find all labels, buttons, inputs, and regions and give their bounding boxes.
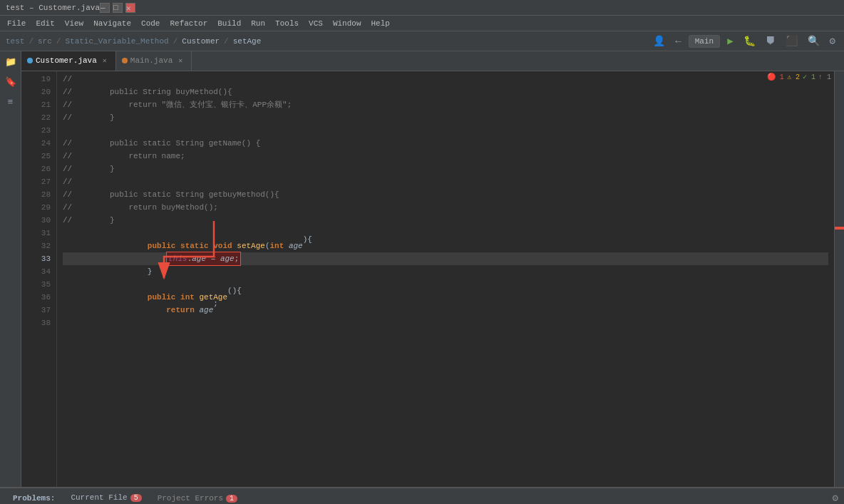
code-line-37: return age; [63, 304, 828, 317]
code-line-20: // public String buyMethod(){ [63, 86, 828, 98]
project-errors-badge: 1 [226, 495, 237, 503]
tab-dot-customer [27, 58, 33, 63]
code-line-24: // public static String getName() { [63, 137, 828, 150]
tab-dot-main [122, 58, 128, 63]
breadcrumb-test[interactable]: test [6, 37, 24, 46]
error-badge: 🔴 1 [767, 73, 784, 81]
code-line-38 [63, 317, 828, 329]
code-line-26: // } [63, 163, 828, 175]
title-text: test – Customer.java [6, 4, 100, 12]
tab-close-customer[interactable]: ✕ [103, 56, 107, 65]
menu-item-window[interactable]: Window [329, 18, 366, 29]
breadcrumb-src[interactable]: src [38, 37, 52, 46]
code-line-19: // [63, 73, 828, 86]
maximize-button[interactable]: □ [113, 3, 123, 13]
tab-close-main[interactable]: ✕ [178, 56, 182, 65]
code-line-21: // return "微信、支付宝、银行卡、APP余额"; [63, 98, 828, 111]
debug-icon[interactable]: 🐛 [741, 34, 758, 48]
editor-content[interactable]: 🔴 1 ⚠ 2 ✓ 1 ↑ 1 19 20 21 22 23 24 25 26 … [21, 71, 844, 487]
menu-bar: FileEditViewNavigateCodeRefactorBuildRun… [0, 16, 844, 31]
code-line-28: // public static String getbuyMethod(){ [63, 188, 828, 201]
code-line-29: // return buyMethod(); [63, 201, 828, 214]
code-line-25: // return name; [63, 150, 828, 163]
branch-selector[interactable]: Main [689, 35, 720, 48]
menu-item-help[interactable]: Help [367, 18, 394, 29]
sidebar-project-icon[interactable]: 📁 [3, 54, 19, 70]
breadcrumb-setage[interactable]: setAge [233, 37, 262, 46]
settings-icon[interactable]: ⚙ [827, 34, 838, 48]
info-badge: ↑ 1 [818, 73, 831, 81]
close-button[interactable]: ✕ [125, 3, 135, 13]
breadcrumb-customer[interactable]: Customer [182, 37, 220, 46]
code-line-35 [63, 278, 828, 291]
main-layout: 📁 🔖 ≡ Customer.java ✕ Main.java ✕ 🔴 1 ⚠ … [0, 51, 844, 487]
code-line-31 [63, 227, 828, 240]
nav-bar: test / src / Static_Variable_Method / Cu… [0, 31, 844, 51]
ptab-project-errors[interactable]: Project Errors1 [150, 491, 245, 505]
menu-item-navigate[interactable]: Navigate [89, 18, 135, 29]
line-numbers: 19 20 21 22 23 24 25 26 27 28 29 30 31 3… [21, 71, 57, 487]
code-content[interactable]: // // public String buyMethod(){ // retu… [57, 71, 834, 487]
right-gutter[interactable] [834, 71, 844, 487]
tab-bar: Customer.java ✕ Main.java ✕ [21, 51, 844, 71]
ptab-problems-label: Problems: [6, 491, 62, 505]
problems-panel: Problems: Current File5 Project Errors1 … [0, 487, 844, 504]
stop-icon[interactable]: ⬛ [783, 34, 801, 48]
sidebar-bookmarks-icon[interactable]: 🔖 [3, 74, 19, 90]
code-line-34: } [63, 265, 828, 278]
profile-icon[interactable]: 👤 [650, 34, 668, 48]
code-line-33: this.age = age; [63, 252, 828, 265]
tab-label-main: Main.java [130, 56, 173, 65]
ok-badge: ✓ 1 [803, 73, 815, 81]
title-bar: test – Customer.java — □ ✕ [0, 0, 844, 16]
menu-item-edit[interactable]: Edit [31, 18, 58, 29]
breadcrumb-static-variable-method[interactable]: Static_Variable_Method [65, 37, 168, 46]
menu-item-refactor[interactable]: Refactor [165, 18, 212, 29]
current-file-badge: 5 [130, 494, 142, 502]
editor-area: Customer.java ✕ Main.java ✕ 🔴 1 ⚠ 2 ✓ 1 … [21, 51, 844, 487]
code-line-23 [63, 124, 828, 137]
tab-customer-java[interactable]: Customer.java ✕ [21, 51, 116, 71]
tab-label-customer: Customer.java [36, 56, 97, 65]
minimize-button[interactable]: — [100, 3, 110, 13]
code-line-22: // } [63, 111, 828, 124]
menu-item-file[interactable]: File [3, 18, 30, 29]
coverage-icon[interactable]: ⛊ [763, 34, 778, 48]
code-line-27: // [63, 175, 828, 188]
menu-item-vcs[interactable]: VCS [304, 18, 327, 29]
menu-item-run[interactable]: Run [247, 18, 269, 29]
back-icon[interactable]: ← [672, 34, 684, 48]
menu-item-view[interactable]: View [61, 18, 88, 29]
ptab-current-file[interactable]: Current File5 [63, 490, 148, 505]
run-icon[interactable]: ▶ [724, 34, 736, 48]
gear-icon[interactable]: ⚙ [833, 492, 838, 504]
tab-main-java[interactable]: Main.java ✕ [116, 51, 192, 71]
code-line-30: // } [63, 214, 828, 227]
sidebar-structure-icon[interactable]: ≡ [3, 94, 19, 110]
editor-badges: 🔴 1 ⚠ 2 ✓ 1 ↑ 1 [764, 71, 834, 83]
menu-item-build[interactable]: Build [213, 18, 245, 29]
search-icon[interactable]: 🔍 [805, 34, 823, 48]
left-sidebar: 📁 🔖 ≡ [0, 51, 21, 487]
warn-badge: ⚠ 2 [787, 73, 800, 81]
code-line-32: public static void setAge(int age){ [63, 240, 828, 252]
menu-item-code[interactable]: Code [137, 18, 164, 29]
menu-item-tools[interactable]: Tools [271, 18, 303, 29]
code-line-36: public int getAge(){ [63, 291, 828, 304]
problems-tabs: Problems: Current File5 Project Errors1 … [0, 488, 844, 504]
